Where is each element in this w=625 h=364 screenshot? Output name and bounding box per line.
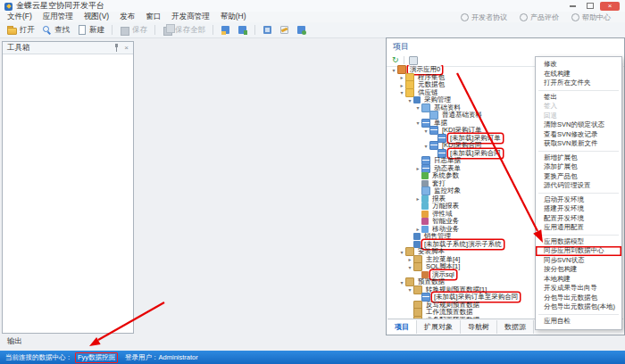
- expander-icon[interactable]: ▸: [414, 165, 421, 171]
- minimize-button[interactable]: [566, 2, 579, 11]
- context-menu-item[interactable]: 在线构建: [536, 70, 621, 79]
- save-button: 保存: [117, 24, 150, 37]
- toolbar-separator: [112, 25, 112, 35]
- status-bar: 当前连接的数据中心： Fyy数据挖掘 登录用户：Administrator: [0, 351, 625, 364]
- open-button[interactable]: 打开: [4, 24, 38, 37]
- refresh-icon[interactable]: ↻: [392, 56, 399, 64]
- green-icon: [421, 172, 429, 179]
- project-toolbar-separator: [404, 56, 404, 64]
- import-button[interactable]: [235, 24, 250, 36]
- locate-icon[interactable]: [409, 56, 418, 65]
- toolbar-button-label: 查找: [54, 25, 70, 36]
- context-menu-item[interactable]: 按分包构建: [536, 265, 621, 275]
- toolbar-separator: [254, 25, 255, 35]
- help-center-link[interactable]: 帮助中心: [571, 12, 611, 22]
- key-button[interactable]: [277, 24, 292, 36]
- context-menu-item[interactable]: 签出: [536, 93, 621, 103]
- tab-navigation-tree[interactable]: 导航树: [461, 320, 497, 334]
- expander-icon[interactable]: ▾: [414, 120, 421, 126]
- toolbar-button-label: 打开: [20, 25, 35, 36]
- expander-icon[interactable]: ▾: [406, 97, 413, 103]
- product-evaluation-link[interactable]: 产品评价: [520, 12, 559, 22]
- context-menu-item[interactable]: 应用数据模型: [536, 237, 621, 247]
- toolbox-header: 工具箱 ×: [3, 42, 133, 54]
- project-panel-title: 项目: [387, 38, 624, 54]
- module-icon: [413, 233, 421, 240]
- developer-agreement-link[interactable]: 开发者协议: [461, 12, 507, 22]
- saveall-icon: [162, 25, 172, 35]
- expander-icon[interactable]: ▾: [398, 249, 405, 255]
- tab-project[interactable]: 项目: [388, 320, 417, 334]
- bill-icon: [421, 164, 430, 173]
- x4-icon: [279, 25, 289, 35]
- folder-icon: [405, 88, 414, 97]
- context-menu-item[interactable]: 查看SVN修改记录: [536, 130, 621, 140]
- context-menu-item[interactable]: 本地构建: [536, 275, 621, 285]
- product-evaluation-link-label: 产品评价: [530, 12, 559, 22]
- expander-icon[interactable]: ▾: [406, 264, 413, 270]
- expander-icon[interactable]: ▾: [422, 128, 429, 134]
- expander-icon[interactable]: ▾: [398, 279, 405, 285]
- expander-icon[interactable]: ▸: [406, 256, 413, 262]
- expander-icon[interactable]: ▾: [390, 67, 397, 73]
- restore-icon: [587, 3, 594, 9]
- context-menu-item[interactable]: 应用通用配置: [536, 223, 621, 233]
- expander-icon[interactable]: ▾: [414, 104, 421, 111]
- toolbar: 打开查找新建保存保存全部: [0, 22, 625, 38]
- context-menu-item[interactable]: 开发成果导出向导: [536, 284, 621, 294]
- close-button[interactable]: ×: [600, 2, 620, 11]
- expander-icon[interactable]: ▸: [398, 74, 405, 80]
- context-menu-item[interactable]: 修改: [536, 60, 621, 70]
- save-all-button: 保存全部: [160, 24, 208, 37]
- menu-item[interactable]: 发布: [120, 12, 135, 22]
- context-menu-item[interactable]: 更换产品包: [536, 172, 621, 182]
- output-panel-tab[interactable]: 输出: [7, 336, 22, 347]
- context-menu-item[interactable]: 清除SVN的锁定状态: [536, 120, 621, 130]
- toolbox-close-icon[interactable]: ×: [124, 45, 129, 52]
- menu-item[interactable]: 应用管理: [43, 12, 73, 22]
- context-menu-item[interactable]: 同步SVN状态: [536, 256, 621, 266]
- toolbar-button-label: 保存全部: [175, 25, 205, 36]
- menu-item[interactable]: 窗口: [146, 12, 161, 22]
- context-menu-item[interactable]: 分包导出元数据包(本地): [536, 302, 621, 312]
- pin-icon[interactable]: [113, 44, 120, 52]
- context-menu-item[interactable]: 启动开发环境: [536, 195, 621, 205]
- menu-item[interactable]: 文件(F): [7, 12, 32, 22]
- table-icon: [421, 186, 430, 195]
- menu-item[interactable]: 开发商管理: [171, 12, 210, 22]
- expander-icon[interactable]: ▾: [398, 89, 405, 95]
- deploy-button[interactable]: [218, 24, 233, 36]
- package-button[interactable]: [260, 24, 275, 36]
- context-menu-item[interactable]: 源代码管理设置: [536, 181, 621, 191]
- context-menu-item[interactable]: 同步应用到数据中心: [536, 246, 621, 256]
- menu-item[interactable]: 帮助(H): [221, 12, 246, 22]
- expander-icon[interactable]: ▸: [414, 195, 421, 202]
- expander-icon[interactable]: ▸: [398, 82, 405, 88]
- context-menu-item[interactable]: 打开所在文件夹: [536, 79, 621, 88]
- product-evaluation-link-icon: [520, 13, 528, 21]
- menu-item[interactable]: 视图(V): [84, 12, 109, 22]
- menu-separator: [538, 235, 619, 236]
- menu-bar: 文件(F)应用管理视图(V)发布窗口开发商管理帮助(H): [7, 12, 257, 22]
- find-button[interactable]: 查找: [39, 24, 72, 37]
- minimize-icon: [570, 5, 576, 7]
- menu-separator: [538, 193, 619, 194]
- expander-icon[interactable]: ▸: [414, 226, 421, 232]
- new-icon: [77, 25, 87, 35]
- new-button[interactable]: 新建: [74, 24, 107, 37]
- context-menu-item[interactable]: 配置开发环境: [536, 214, 621, 224]
- module-icon: [413, 96, 421, 103]
- tab-extended-objects[interactable]: 扩展对象: [417, 320, 461, 334]
- context-menu-item[interactable]: 应用自检: [536, 317, 621, 327]
- context-menu-item[interactable]: 获取SVN最新文件: [536, 139, 621, 149]
- context-menu-item[interactable]: 分包导出元数据包: [536, 294, 621, 303]
- context-menu-item[interactable]: 新增扩展包: [536, 153, 621, 163]
- tab-data-source[interactable]: 数据源: [497, 320, 534, 334]
- expander-icon[interactable]: ▾: [422, 143, 429, 149]
- context-menu-item[interactable]: 搭建开发环境: [536, 204, 621, 214]
- restore-button[interactable]: [583, 2, 596, 11]
- smart-icon: [421, 218, 429, 225]
- context-menu-item[interactable]: 添加扩展包: [536, 162, 621, 172]
- export-button[interactable]: [294, 24, 309, 36]
- expander-icon[interactable]: ▾: [406, 286, 413, 293]
